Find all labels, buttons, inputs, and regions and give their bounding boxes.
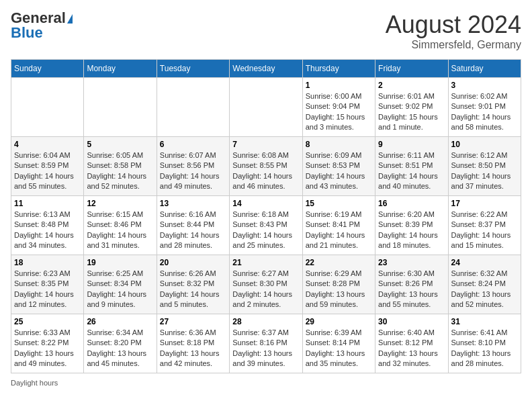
day-info: Sunrise: 6:34 AMSunset: 8:20 PMDaylight:… bbox=[87, 328, 153, 369]
day-number: 28 bbox=[232, 317, 299, 326]
day-info: Sunrise: 6:33 AMSunset: 8:22 PMDaylight:… bbox=[14, 328, 81, 369]
day-info: Sunrise: 6:07 AMSunset: 8:56 PMDaylight:… bbox=[160, 150, 226, 192]
calendar-cell: 5Sunrise: 6:05 AMSunset: 8:58 PMDaylight… bbox=[84, 137, 157, 196]
day-number: 30 bbox=[378, 317, 445, 326]
day-info: Sunrise: 6:26 AMSunset: 8:32 PMDaylight:… bbox=[160, 269, 226, 310]
calendar-cell: 24Sunrise: 6:32 AMSunset: 8:24 PMDayligh… bbox=[448, 255, 521, 314]
day-info: Sunrise: 6:15 AMSunset: 8:46 PMDaylight:… bbox=[87, 210, 153, 251]
day-info: Sunrise: 6:32 AMSunset: 8:24 PMDaylight:… bbox=[451, 269, 518, 310]
day-info: Sunrise: 6:40 AMSunset: 8:12 PMDaylight:… bbox=[378, 328, 445, 369]
day-number: 11 bbox=[14, 199, 81, 208]
day-info: Sunrise: 6:16 AMSunset: 8:44 PMDaylight:… bbox=[160, 210, 226, 251]
calendar-cell: 3Sunrise: 6:02 AMSunset: 9:01 PMDaylight… bbox=[448, 78, 521, 137]
calendar-cell: 23Sunrise: 6:30 AMSunset: 8:26 PMDayligh… bbox=[375, 255, 448, 314]
calendar-cell: 4Sunrise: 6:04 AMSunset: 8:59 PMDaylight… bbox=[11, 137, 84, 196]
calendar-cell: 13Sunrise: 6:16 AMSunset: 8:44 PMDayligh… bbox=[157, 196, 229, 255]
day-info: Sunrise: 6:29 AMSunset: 8:28 PMDaylight:… bbox=[306, 269, 372, 310]
calendar-cell bbox=[84, 78, 157, 137]
calendar-week-4: 18Sunrise: 6:23 AMSunset: 8:35 PMDayligh… bbox=[11, 255, 521, 314]
calendar-cell: 20Sunrise: 6:26 AMSunset: 8:32 PMDayligh… bbox=[157, 255, 229, 314]
calendar-cell: 16Sunrise: 6:20 AMSunset: 8:39 PMDayligh… bbox=[375, 196, 448, 255]
calendar-cell: 25Sunrise: 6:33 AMSunset: 8:22 PMDayligh… bbox=[11, 314, 84, 373]
day-info: Sunrise: 6:27 AMSunset: 8:30 PMDaylight:… bbox=[232, 269, 299, 310]
calendar-cell: 1Sunrise: 6:00 AMSunset: 9:04 PMDaylight… bbox=[302, 78, 375, 137]
day-number: 5 bbox=[87, 140, 153, 149]
calendar-cell: 19Sunrise: 6:25 AMSunset: 8:34 PMDayligh… bbox=[84, 255, 157, 314]
day-number: 23 bbox=[378, 258, 445, 267]
calendar-cell: 10Sunrise: 6:12 AMSunset: 8:50 PMDayligh… bbox=[448, 137, 521, 196]
calendar-cell: 28Sunrise: 6:37 AMSunset: 8:16 PMDayligh… bbox=[230, 314, 302, 373]
location-subtitle: Simmersfeld, Germany bbox=[386, 39, 521, 51]
day-info: Sunrise: 6:20 AMSunset: 8:39 PMDaylight:… bbox=[378, 210, 445, 251]
calendar-cell: 17Sunrise: 6:22 AMSunset: 8:37 PMDayligh… bbox=[448, 196, 521, 255]
calendar-cell: 14Sunrise: 6:18 AMSunset: 8:43 PMDayligh… bbox=[230, 196, 302, 255]
day-info: Sunrise: 6:25 AMSunset: 8:34 PMDaylight:… bbox=[87, 269, 153, 310]
day-number: 3 bbox=[451, 81, 518, 90]
calendar-week-5: 25Sunrise: 6:33 AMSunset: 8:22 PMDayligh… bbox=[11, 314, 521, 373]
day-number: 4 bbox=[14, 140, 81, 149]
weekday-header-row: SundayMondayTuesdayWednesdayThursdayFrid… bbox=[11, 60, 521, 78]
day-number: 2 bbox=[378, 81, 445, 90]
day-info: Sunrise: 6:12 AMSunset: 8:50 PMDaylight:… bbox=[451, 150, 518, 192]
calendar-cell: 21Sunrise: 6:27 AMSunset: 8:30 PMDayligh… bbox=[230, 255, 302, 314]
day-number: 19 bbox=[87, 258, 153, 267]
calendar-cell: 29Sunrise: 6:39 AMSunset: 8:14 PMDayligh… bbox=[302, 314, 375, 373]
month-year-title: August 2024 bbox=[386, 11, 521, 39]
day-info: Sunrise: 6:01 AMSunset: 9:02 PMDaylight:… bbox=[378, 91, 445, 133]
logo-triangle-icon bbox=[67, 14, 73, 24]
day-info: Sunrise: 6:02 AMSunset: 9:01 PMDaylight:… bbox=[451, 91, 518, 133]
weekday-header-sunday: Sunday bbox=[11, 60, 84, 78]
calendar-cell: 2Sunrise: 6:01 AMSunset: 9:02 PMDaylight… bbox=[375, 78, 448, 137]
calendar-cell: 12Sunrise: 6:15 AMSunset: 8:46 PMDayligh… bbox=[84, 196, 157, 255]
day-number: 14 bbox=[232, 199, 299, 208]
calendar-cell bbox=[157, 78, 229, 137]
day-info: Sunrise: 6:19 AMSunset: 8:41 PMDaylight:… bbox=[306, 210, 372, 251]
day-number: 22 bbox=[306, 258, 372, 267]
calendar-cell: 9Sunrise: 6:11 AMSunset: 8:51 PMDaylight… bbox=[375, 137, 448, 196]
title-block: August 2024 Simmersfeld, Germany bbox=[386, 11, 521, 51]
day-number: 31 bbox=[451, 317, 518, 326]
calendar-cell: 26Sunrise: 6:34 AMSunset: 8:20 PMDayligh… bbox=[84, 314, 157, 373]
day-info: Sunrise: 6:22 AMSunset: 8:37 PMDaylight:… bbox=[451, 210, 518, 251]
day-number: 25 bbox=[14, 317, 81, 326]
day-number: 27 bbox=[160, 317, 226, 326]
day-number: 8 bbox=[306, 140, 372, 149]
day-info: Sunrise: 6:41 AMSunset: 8:10 PMDaylight:… bbox=[451, 328, 518, 369]
day-number: 16 bbox=[378, 199, 445, 208]
day-number: 7 bbox=[232, 140, 299, 149]
day-number: 21 bbox=[232, 258, 299, 267]
calendar-cell: 6Sunrise: 6:07 AMSunset: 8:56 PMDaylight… bbox=[157, 137, 229, 196]
calendar-week-3: 11Sunrise: 6:13 AMSunset: 8:48 PMDayligh… bbox=[11, 196, 521, 255]
weekday-header-tuesday: Tuesday bbox=[157, 60, 229, 78]
legend: Daylight hours bbox=[11, 379, 521, 387]
page-header: General Blue August 2024 Simmersfeld, Ge… bbox=[11, 11, 521, 51]
day-info: Sunrise: 6:09 AMSunset: 8:53 PMDaylight:… bbox=[306, 150, 372, 192]
weekday-header-friday: Friday bbox=[375, 60, 448, 78]
calendar-cell bbox=[11, 78, 84, 137]
day-info: Sunrise: 6:36 AMSunset: 8:18 PMDaylight:… bbox=[160, 328, 226, 369]
weekday-header-saturday: Saturday bbox=[448, 60, 521, 78]
logo: General Blue bbox=[11, 11, 73, 40]
calendar-cell: 15Sunrise: 6:19 AMSunset: 8:41 PMDayligh… bbox=[302, 196, 375, 255]
day-info: Sunrise: 6:00 AMSunset: 9:04 PMDaylight:… bbox=[306, 91, 372, 133]
day-number: 17 bbox=[451, 199, 518, 208]
day-number: 18 bbox=[14, 258, 81, 267]
day-number: 26 bbox=[87, 317, 153, 326]
weekday-header-thursday: Thursday bbox=[302, 60, 375, 78]
weekday-header-monday: Monday bbox=[84, 60, 157, 78]
day-number: 6 bbox=[160, 140, 226, 149]
day-info: Sunrise: 6:23 AMSunset: 8:35 PMDaylight:… bbox=[14, 269, 81, 310]
day-number: 1 bbox=[306, 81, 372, 90]
day-info: Sunrise: 6:11 AMSunset: 8:51 PMDaylight:… bbox=[378, 150, 445, 192]
calendar-cell: 8Sunrise: 6:09 AMSunset: 8:53 PMDaylight… bbox=[302, 137, 375, 196]
weekday-header-wednesday: Wednesday bbox=[230, 60, 302, 78]
calendar-cell: 30Sunrise: 6:40 AMSunset: 8:12 PMDayligh… bbox=[375, 314, 448, 373]
day-number: 10 bbox=[451, 140, 518, 149]
day-info: Sunrise: 6:13 AMSunset: 8:48 PMDaylight:… bbox=[14, 210, 81, 251]
calendar-week-2: 4Sunrise: 6:04 AMSunset: 8:59 PMDaylight… bbox=[11, 137, 521, 196]
day-info: Sunrise: 6:30 AMSunset: 8:26 PMDaylight:… bbox=[378, 269, 445, 310]
calendar-cell: 31Sunrise: 6:41 AMSunset: 8:10 PMDayligh… bbox=[448, 314, 521, 373]
calendar-cell: 18Sunrise: 6:23 AMSunset: 8:35 PMDayligh… bbox=[11, 255, 84, 314]
logo-blue: Blue bbox=[11, 26, 73, 40]
day-number: 29 bbox=[306, 317, 372, 326]
